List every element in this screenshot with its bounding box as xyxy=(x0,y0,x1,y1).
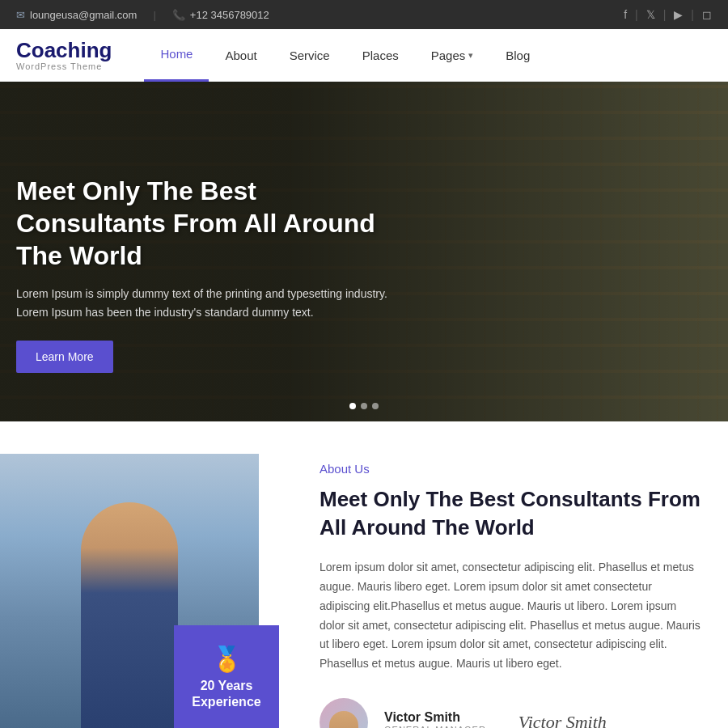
author-avatar xyxy=(320,698,368,728)
slider-dots xyxy=(349,403,379,409)
nav-about[interactable]: About xyxy=(209,29,273,82)
phone-number: +12 3456789012 xyxy=(190,9,269,21)
learn-more-button[interactable]: Learn More xyxy=(16,341,113,373)
email-address: loungeusa@gmail.com xyxy=(30,9,137,21)
experience-text: 20 Years Experience xyxy=(192,678,260,712)
about-section-label: About Us xyxy=(320,462,704,476)
twitter-icon[interactable]: 𝕏 xyxy=(646,8,655,21)
phone-icon: 📞 xyxy=(172,9,185,21)
dot-2[interactable] xyxy=(361,403,367,409)
phone-contact: 📞 +12 3456789012 xyxy=(172,9,269,21)
nav-blog[interactable]: Blog xyxy=(489,29,546,82)
social-links: f | 𝕏 | ▶ | ◻ xyxy=(624,8,712,21)
about-title: Meet Only The Best Consultants From All … xyxy=(320,485,704,542)
experience-badge: 🏅 20 Years Experience xyxy=(174,625,279,728)
about-image-column: 🏅 20 Years Experience xyxy=(0,454,287,728)
dot-1[interactable] xyxy=(349,403,356,409)
author-row: Victor Smith General Manager Victor Smit… xyxy=(320,698,704,728)
hero-description: Lorem Ipsum is simply dummy text of the … xyxy=(16,285,404,321)
hero-section: Meet Only The Best Consultants From All … xyxy=(0,82,728,421)
author-info: Victor Smith General Manager xyxy=(384,710,486,728)
email-icon: ✉ xyxy=(16,9,25,21)
about-section: 🏅 20 Years Experience About Us Meet Only… xyxy=(0,421,728,728)
nav-pages[interactable]: Pages ▾ xyxy=(415,29,490,82)
divider: | xyxy=(153,9,155,21)
pages-arrow-icon: ▾ xyxy=(468,50,473,61)
dot-3[interactable] xyxy=(372,403,379,409)
main-nav: Home About Service Places Pages ▾ Blog xyxy=(144,29,546,82)
header: Coaching WordPress Theme Home About Serv… xyxy=(0,29,728,82)
nav-home[interactable]: Home xyxy=(144,29,209,82)
about-description: Lorem ipsum dolor sit amet, consectetur … xyxy=(320,558,704,674)
about-content: About Us Meet Only The Best Consultants … xyxy=(287,454,728,728)
top-bar-contacts: ✉ loungeusa@gmail.com | 📞 +12 3456789012 xyxy=(16,9,269,21)
instagram-icon[interactable]: ◻ xyxy=(702,8,712,21)
nav-service[interactable]: Service xyxy=(273,29,346,82)
medal-icon: 🏅 xyxy=(212,645,242,673)
author-signature: Victor Smith xyxy=(518,712,607,728)
logo-title: Coaching xyxy=(16,39,112,62)
logo-subtitle: WordPress Theme xyxy=(16,61,112,71)
nav-places[interactable]: Places xyxy=(346,29,415,82)
author-role: General Manager xyxy=(384,725,486,728)
logo[interactable]: Coaching WordPress Theme xyxy=(16,39,112,72)
hero-content: Meet Only The Best Consultants From All … xyxy=(16,175,404,373)
youtube-icon[interactable]: ▶ xyxy=(674,8,683,21)
top-bar: ✉ loungeusa@gmail.com | 📞 +12 3456789012… xyxy=(0,0,728,29)
author-name: Victor Smith xyxy=(384,710,486,725)
facebook-icon[interactable]: f xyxy=(624,8,627,21)
hero-title: Meet Only The Best Consultants From All … xyxy=(16,175,404,272)
email-contact: ✉ loungeusa@gmail.com xyxy=(16,9,137,21)
